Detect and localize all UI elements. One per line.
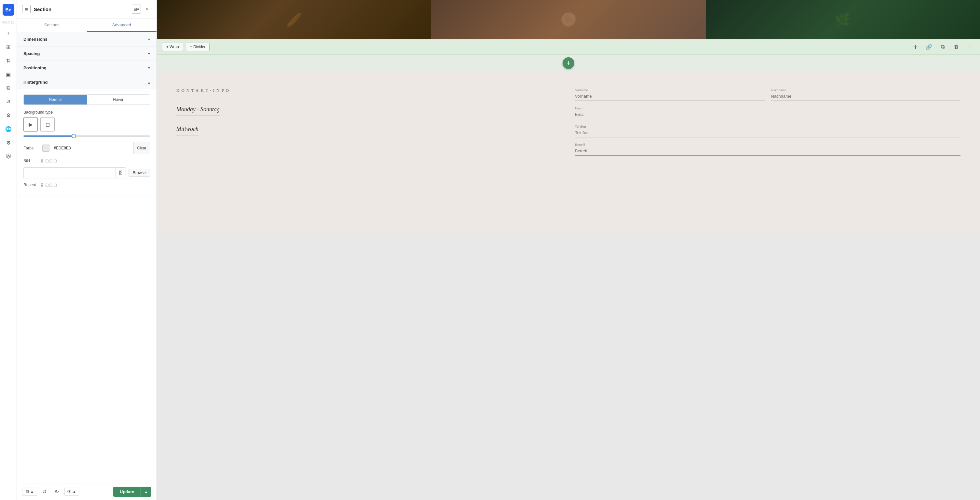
- bild-input-row: 🗄 Browse: [24, 167, 150, 178]
- dimensions-section: Dimensions ▾: [17, 32, 156, 46]
- form-field-telefon: Telefon: [575, 124, 961, 137]
- canvas-toolbar: + Wrap + Divider ✛ 🔗 ⧉ 🗑 ⋮: [157, 39, 980, 55]
- spacing-title: Spacing: [24, 51, 40, 56]
- repeat-device-icon[interactable]: 🖥: [40, 182, 44, 188]
- clear-color-button[interactable]: Clear: [134, 142, 150, 154]
- contact-section: KONTAKT-INFO Monday - Sonntag Mittwoch V…: [157, 72, 980, 234]
- plus-btn-container: +: [157, 55, 980, 72]
- bild-row: Bild 🖥 □ □ □: [24, 158, 150, 163]
- history-icon[interactable]: ↺: [3, 96, 14, 107]
- images-strip: 🥖 🫓 🌿: [157, 0, 980, 39]
- email-label: Email: [575, 106, 961, 110]
- tab-settings[interactable]: Settings: [17, 19, 87, 32]
- form-row-name: Vorname Nachname: [575, 88, 961, 101]
- form-field-betreff: Betreff: [575, 143, 961, 156]
- sliders-icon[interactable]: ⚙: [3, 109, 14, 121]
- bild-opt2-icon[interactable]: □: [49, 158, 52, 163]
- wordpress-icon[interactable]: Ⓦ: [3, 150, 14, 162]
- bg-slider-thumb[interactable]: [72, 134, 76, 139]
- positioning-section: Positioning ▾: [17, 61, 156, 75]
- contact-day-monday: Monday - Sonntag: [177, 106, 220, 116]
- layers-icon[interactable]: ⧉: [3, 82, 14, 94]
- contact-left: KONTAKT-INFO Monday - Sonntag Mittwoch: [177, 88, 562, 218]
- divider-button[interactable]: + Divider: [186, 43, 210, 51]
- move-icon[interactable]: ✛: [910, 42, 920, 52]
- update-arrow-icon[interactable]: ▲: [140, 487, 151, 497]
- vorname-input[interactable]: [575, 92, 765, 101]
- betreff-label: Betreff: [575, 143, 961, 146]
- hintergrund-title: Hintergrund: [24, 80, 48, 84]
- app-logo[interactable]: Be: [3, 4, 14, 16]
- positioning-chevron-icon: ▾: [148, 66, 150, 70]
- panel-header-actions: ⊟▾ ×: [132, 5, 151, 14]
- globe-icon[interactable]: 🌐: [3, 123, 14, 135]
- settings-gear-icon[interactable]: ⚙: [3, 137, 14, 148]
- color-swatch-container[interactable]: #EDE8E3 Clear: [40, 142, 150, 154]
- sort-icon[interactable]: ⇅: [3, 55, 14, 67]
- vorname-label: Vorname: [575, 88, 765, 92]
- normal-button[interactable]: Normal: [24, 95, 87, 105]
- spacing-header[interactable]: Spacing ▾: [17, 46, 156, 61]
- widget-icon[interactable]: ▣: [3, 68, 14, 80]
- preview-eye-icon: 👁: [67, 489, 72, 494]
- toolbar-right-actions: ✛ 🔗 ⧉ 🗑 ⋮: [910, 42, 975, 52]
- copy-icon[interactable]: ⧉: [938, 42, 947, 52]
- nachname-input[interactable]: [771, 92, 961, 101]
- bg-type-color-button[interactable]: ◻: [40, 117, 55, 132]
- panel-options-button[interactable]: ⊟▾: [132, 5, 141, 14]
- add-section-button[interactable]: +: [563, 57, 574, 69]
- delete-icon[interactable]: 🗑: [951, 42, 961, 52]
- preview-button[interactable]: 👁 ▲: [64, 487, 80, 496]
- telefon-input[interactable]: [575, 128, 961, 137]
- undo-button[interactable]: ↺: [40, 487, 49, 497]
- email-input[interactable]: [575, 110, 961, 119]
- add-element-icon[interactable]: +: [3, 27, 14, 39]
- dimensions-header[interactable]: Dimensions ▾: [17, 32, 156, 46]
- more-icon[interactable]: ⋮: [965, 42, 975, 52]
- color-swatch-inner: [42, 145, 49, 152]
- contact-info-monday: Monday - Sonntag: [177, 106, 562, 116]
- spacing-chevron-icon: ▾: [148, 51, 150, 56]
- form-field-vorname: Vorname: [575, 88, 765, 101]
- repeat-opt3-icon[interactable]: □: [54, 182, 56, 188]
- link-icon[interactable]: 🔗: [924, 42, 934, 52]
- browse-button[interactable]: Browse: [129, 169, 150, 177]
- image-1: 🥖: [157, 0, 431, 39]
- wrap-button[interactable]: + Wrap: [162, 43, 183, 51]
- bild-opt1-icon[interactable]: □: [46, 158, 48, 163]
- section-icon: ⊞: [22, 5, 30, 13]
- tab-advanced[interactable]: Advanced: [87, 19, 157, 32]
- betreff-input[interactable]: [575, 146, 961, 156]
- bg-type-video-button[interactable]: ▶: [24, 117, 38, 132]
- version-text: V27.2.9.1: [2, 21, 14, 24]
- preview-chevron-icon: ▲: [72, 489, 76, 494]
- telefon-label: Telefon: [575, 124, 961, 128]
- color-value-text: #EDE8E3: [52, 146, 134, 150]
- hintergrund-header[interactable]: Hintergrund ▴: [17, 75, 156, 89]
- redo-button[interactable]: ↻: [52, 487, 62, 497]
- canvas: 🥖 🫓 🌿 + Wrap + Divider ✛ 🔗 ⧉ 🗑 ⋮ + KONTA…: [157, 0, 980, 500]
- panel-header: ⊞ Section ⊟▾ ×: [17, 0, 156, 19]
- hover-button[interactable]: Hover: [87, 95, 150, 105]
- positioning-header[interactable]: Positioning ▾: [17, 61, 156, 75]
- spacing-section: Spacing ▾: [17, 46, 156, 61]
- contact-day-mittwoch: Mittwoch: [177, 126, 199, 135]
- bild-opt3-icon[interactable]: □: [54, 158, 56, 163]
- bild-db-icon[interactable]: 🗄: [116, 168, 126, 178]
- image-2: 🫓: [431, 0, 705, 39]
- icon-rail: Be V27.2.9.1 + ⊞ ⇅ ▣ ⧉ ↺ ⚙ 🌐 ⚙ Ⓦ: [0, 0, 17, 500]
- layout-icon[interactable]: ⊞: [3, 41, 14, 53]
- bild-device-icon[interactable]: 🖥: [40, 158, 44, 163]
- flour-overlay-3: 🌿: [706, 0, 980, 39]
- repeat-opt1-icon[interactable]: □: [46, 182, 48, 188]
- panel-close-button[interactable]: ×: [142, 5, 151, 14]
- device-selector-button[interactable]: 🖥 ▲: [22, 487, 37, 496]
- bild-input[interactable]: [24, 169, 116, 177]
- normal-hover-toggle: Normal Hover: [24, 94, 150, 105]
- update-button[interactable]: Update ▲: [113, 487, 151, 497]
- contact-title: KONTAKT-INFO: [177, 88, 562, 93]
- color-swatch-button[interactable]: [40, 142, 52, 154]
- repeat-opt2-icon[interactable]: □: [49, 182, 52, 188]
- image-3: 🌿: [706, 0, 980, 39]
- bg-slider-track[interactable]: [24, 135, 150, 137]
